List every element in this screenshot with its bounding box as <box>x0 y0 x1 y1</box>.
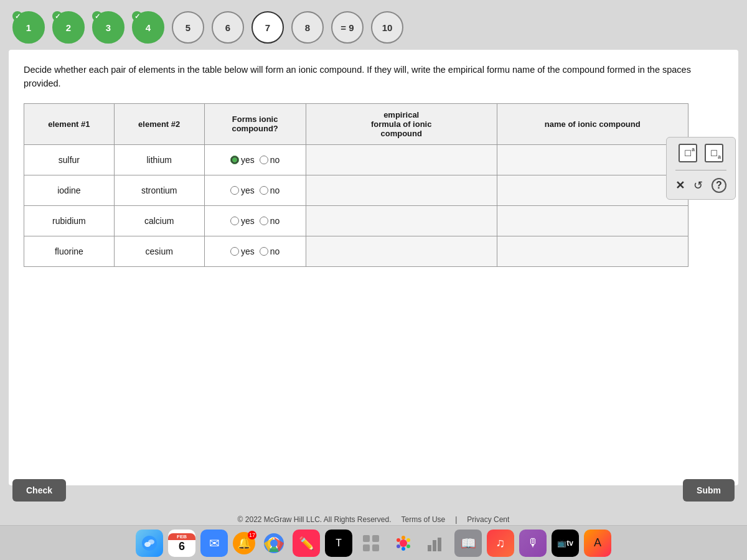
formula-input[interactable] <box>315 151 488 169</box>
name-input[interactable] <box>506 182 679 199</box>
forms-cell[interactable]: yes no <box>204 175 306 205</box>
no-radio[interactable] <box>260 186 268 195</box>
terms-link[interactable]: Terms of Use <box>402 515 446 524</box>
svg-rect-6 <box>363 535 370 542</box>
yes-radio[interactable] <box>230 247 239 256</box>
nav-tab-9[interactable]: = 9 <box>331 11 364 44</box>
subscript-right-icon[interactable]: □ a <box>705 144 723 162</box>
bottom-bar: Check Subm <box>0 472 747 509</box>
dock-book[interactable]: 📖 <box>454 530 482 557</box>
nav-tab-6[interactable]: 6 <box>212 11 244 44</box>
nav-tab-8[interactable]: 8 <box>291 11 324 44</box>
dock-notifications[interactable]: 17 🔔 <box>233 532 255 554</box>
element1-cell: sulfur <box>24 144 115 175</box>
main-content: Decide whether each pair of elements in … <box>9 50 738 485</box>
svg-point-2 <box>148 539 154 544</box>
dock-chrome[interactable] <box>260 530 288 557</box>
no-label[interactable]: no <box>260 216 280 226</box>
dock-photos[interactable] <box>390 530 417 557</box>
nav-tab-3[interactable]: ✓ 3 <box>92 11 125 44</box>
tool-divider <box>675 170 726 170</box>
check-button[interactable]: Check <box>12 479 66 502</box>
yes-label[interactable]: yes <box>230 155 255 165</box>
nav-tab-4[interactable]: ✓ 4 <box>132 11 164 44</box>
element1-cell: rubidium <box>24 205 115 236</box>
help-icon[interactable]: ? <box>712 178 726 193</box>
dock-finder[interactable] <box>136 530 163 557</box>
no-radio[interactable] <box>260 217 268 225</box>
forms-cell[interactable]: yes no <box>204 236 306 266</box>
dock-notification-bell[interactable]: A <box>584 530 611 557</box>
name-input[interactable] <box>506 243 679 260</box>
name-input[interactable] <box>506 212 679 230</box>
forms-cell[interactable]: yes no <box>204 205 306 236</box>
formula-cell[interactable] <box>306 144 497 175</box>
formula-input[interactable] <box>315 212 488 230</box>
dock-chart[interactable] <box>422 530 449 557</box>
no-label[interactable]: no <box>260 155 280 165</box>
yes-label[interactable]: yes <box>230 246 255 256</box>
calendar-day: 6 <box>179 540 185 553</box>
yes-radio[interactable] <box>230 186 239 195</box>
copyright-text: © 2022 McGraw Hill LLC. All Rights Reser… <box>238 515 392 524</box>
formula-cell[interactable] <box>306 236 497 266</box>
instructions-text: Decide whether each pair of elements in … <box>24 63 723 91</box>
dock-podcasts[interactable]: 🎙 <box>519 530 547 557</box>
nav-tab-10[interactable]: 10 <box>371 11 403 44</box>
compound-table: element #1 element #2 Forms ioniccompoun… <box>24 103 688 267</box>
svg-point-5 <box>270 539 278 547</box>
name-cell[interactable] <box>497 175 688 205</box>
svg-rect-19 <box>438 538 441 551</box>
dock-pencil[interactable]: ✏️ <box>293 530 320 557</box>
submit-button[interactable]: Subm <box>683 479 735 502</box>
svg-point-15 <box>397 544 400 548</box>
nav-tab-5[interactable]: 5 <box>172 11 204 44</box>
name-input[interactable] <box>506 151 679 169</box>
no-label[interactable]: no <box>260 246 280 256</box>
col-header-formula: empiricalformula of ioniccompound <box>306 103 497 144</box>
formula-input[interactable] <box>315 182 488 199</box>
col-header-element2: element #2 <box>114 103 204 144</box>
undo-icon[interactable]: ↺ <box>693 179 703 192</box>
privacy-link[interactable]: Privacy Cent <box>467 515 509 524</box>
formula-cell[interactable] <box>306 205 497 236</box>
dock-terminal[interactable]: T <box>325 530 352 557</box>
nav-tab-1[interactable]: ✓ 1 <box>12 11 45 44</box>
name-cell[interactable] <box>497 236 688 266</box>
no-label[interactable]: no <box>260 185 280 195</box>
svg-point-13 <box>406 544 410 548</box>
col-header-element1: element #1 <box>24 103 115 144</box>
col-header-name: name of ionic compound <box>497 103 688 144</box>
element2-cell: cesium <box>114 236 204 266</box>
yes-label[interactable]: yes <box>230 185 255 195</box>
element1-cell: iodine <box>24 175 115 205</box>
superscript-left-icon[interactable]: □ a <box>679 144 697 162</box>
footer: © 2022 McGraw Hill LLC. All Rights Reser… <box>0 515 747 524</box>
col-header-forms: Forms ioniccompound? <box>204 103 306 144</box>
svg-point-16 <box>397 538 400 542</box>
name-cell[interactable] <box>497 205 688 236</box>
dock-appletv[interactable]: 📺tv <box>552 530 579 557</box>
svg-point-10 <box>400 539 407 547</box>
table-row: sulfur lithium yes no <box>24 144 688 175</box>
dock-apps[interactable] <box>357 530 385 557</box>
yes-label[interactable]: yes <box>230 216 255 226</box>
no-radio[interactable] <box>260 247 268 256</box>
table-row: rubidium calcium yes no <box>24 205 688 236</box>
formula-input[interactable] <box>315 243 488 260</box>
no-radio[interactable] <box>260 156 268 164</box>
name-cell[interactable] <box>497 144 688 175</box>
dock: FEB 6 ✉ 17 🔔 ✏️ T <box>0 525 747 560</box>
yes-radio[interactable] <box>230 217 239 225</box>
table-row: fluorine cesium yes no <box>24 236 688 266</box>
formula-cell[interactable] <box>306 175 497 205</box>
yes-radio[interactable] <box>230 156 239 164</box>
clear-icon[interactable]: ✕ <box>675 179 685 192</box>
dock-calendar[interactable]: FEB 6 <box>168 530 195 557</box>
dock-mail[interactable]: ✉ <box>200 530 228 557</box>
dock-music[interactable]: ♫ <box>487 530 514 557</box>
nav-tab-2[interactable]: ✓ 2 <box>52 11 85 44</box>
top-navigation: ✓ 1 ✓ 2 ✓ 3 ✓ 4 5 6 7 8 = 9 10 <box>0 0 747 50</box>
forms-cell[interactable]: yes no <box>204 144 306 175</box>
nav-tab-7[interactable]: 7 <box>251 11 284 44</box>
